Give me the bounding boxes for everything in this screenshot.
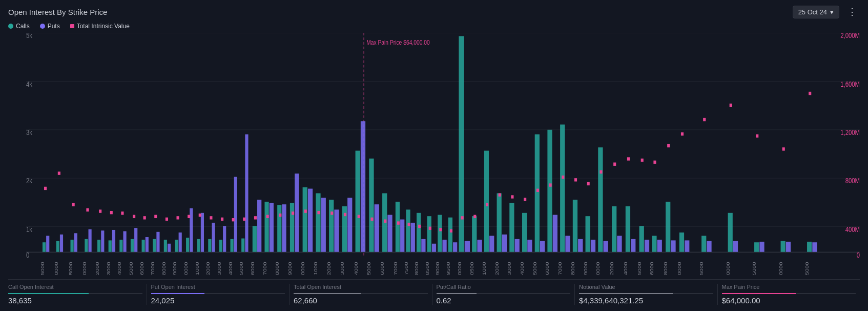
svg-rect-54 (241, 239, 244, 252)
date-selector-button[interactable]: 25 Oct 24 ▾ (793, 6, 839, 18)
svg-text:56000: 56000 (250, 262, 255, 275)
svg-rect-31 (112, 230, 115, 252)
svg-rect-167 (418, 225, 421, 228)
svg-text:95000: 95000 (699, 262, 704, 275)
svg-rect-125 (685, 240, 689, 252)
svg-text:1,600M: 1,600M (840, 80, 860, 88)
svg-rect-59 (270, 203, 274, 252)
legend-puts: Puts (40, 23, 60, 30)
svg-text:42000: 42000 (95, 262, 100, 275)
svg-text:1,200M: 1,200M (840, 128, 860, 137)
svg-rect-116 (626, 206, 630, 252)
svg-text:59000: 59000 (287, 262, 293, 275)
svg-text:66000: 66000 (380, 262, 385, 275)
svg-rect-55 (245, 134, 248, 252)
chevron-down-icon: ▾ (830, 8, 834, 16)
svg-rect-69 (334, 209, 339, 252)
header: Open Interest By Strike Price 25 Oct 24 … (8, 5, 860, 18)
svg-text:55000: 55000 (239, 262, 244, 275)
svg-rect-191 (756, 134, 758, 138)
svg-text:105000: 105000 (752, 262, 757, 275)
svg-rect-110 (586, 216, 590, 252)
svg-rect-192 (782, 147, 785, 150)
max-pain-value: $64,000.00 (722, 296, 856, 305)
svg-text:60000: 60000 (300, 262, 305, 275)
calls-label: Calls (16, 23, 30, 30)
svg-text:77000: 77000 (557, 262, 563, 275)
svg-rect-149 (199, 213, 201, 217)
svg-rect-83 (421, 239, 425, 252)
svg-rect-85 (432, 244, 436, 252)
svg-text:5k: 5k (26, 33, 33, 40)
svg-rect-176 (524, 198, 526, 201)
svg-rect-177 (536, 189, 539, 192)
svg-rect-102 (535, 134, 540, 252)
svg-text:62000: 62000 (326, 262, 332, 275)
svg-text:72000: 72000 (494, 262, 500, 275)
stat-notional: Notional Value $4,339,640,321.25 (575, 284, 718, 305)
svg-rect-171 (461, 216, 464, 219)
stat-put-call-ratio: Put/Call Ratio 0.62 (432, 284, 575, 305)
max-pain-bar (722, 293, 856, 294)
svg-rect-93 (477, 240, 482, 252)
svg-rect-150 (210, 216, 212, 219)
svg-rect-21 (46, 236, 49, 252)
put-oi-value: 24,025 (151, 296, 285, 305)
svg-rect-114 (612, 206, 616, 252)
svg-rect-188 (681, 132, 684, 135)
svg-text:50000: 50000 (183, 262, 189, 275)
svg-rect-86 (438, 215, 442, 252)
calls-dot-icon (8, 24, 13, 29)
svg-rect-189 (703, 118, 706, 121)
svg-rect-112 (598, 147, 603, 252)
svg-rect-27 (89, 229, 92, 252)
svg-rect-142 (121, 211, 123, 215)
total-oi-value: 62,660 (294, 296, 428, 305)
svg-rect-134 (807, 242, 812, 252)
svg-rect-187 (667, 144, 670, 147)
svg-rect-120 (652, 236, 656, 252)
svg-rect-47 (201, 213, 204, 252)
chart-area: 5k 4k 3k 2k 1k 0 2,000M 1,600M 1,200M 80… (8, 33, 860, 275)
svg-rect-44 (186, 238, 189, 252)
svg-text:70500: 70500 (469, 262, 474, 275)
svg-text:67500: 67500 (404, 262, 409, 275)
svg-rect-28 (97, 240, 100, 252)
svg-rect-41 (168, 244, 171, 252)
svg-rect-66 (316, 193, 320, 252)
legend-intrinsic: Total Intrinsic Value (70, 23, 130, 30)
menu-button[interactable]: ⋮ (844, 5, 860, 18)
svg-rect-122 (666, 202, 670, 252)
svg-rect-62 (290, 203, 294, 252)
svg-text:35000: 35000 (68, 262, 73, 275)
svg-rect-128 (728, 213, 733, 252)
svg-rect-164 (384, 220, 386, 223)
svg-rect-91 (465, 241, 470, 252)
svg-rect-75 (375, 204, 379, 252)
svg-rect-175 (511, 195, 513, 198)
svg-rect-25 (74, 233, 77, 252)
svg-rect-160 (330, 211, 333, 215)
svg-rect-46 (197, 239, 200, 252)
stats-row: Call Open Interest 38,635 Put Open Inter… (8, 279, 860, 305)
svg-rect-57 (257, 200, 261, 252)
put-call-label: Put/Call Ratio (437, 284, 571, 290)
date-label: 25 Oct 24 (798, 8, 827, 16)
svg-rect-185 (641, 159, 644, 162)
svg-rect-154 (254, 216, 257, 219)
svg-rect-105 (553, 215, 557, 252)
svg-rect-190 (730, 104, 732, 107)
svg-text:49000: 49000 (172, 262, 177, 275)
svg-rect-153 (243, 218, 245, 221)
svg-rect-64 (303, 187, 307, 252)
svg-rect-130 (754, 242, 759, 252)
svg-rect-88 (448, 218, 452, 252)
svg-text:75000: 75000 (532, 262, 538, 275)
svg-text:64000: 64000 (354, 262, 359, 275)
svg-rect-107 (565, 236, 570, 252)
svg-text:800M: 800M (845, 177, 860, 185)
svg-text:51000: 51000 (195, 262, 200, 275)
puts-label: Puts (48, 23, 60, 30)
svg-rect-33 (123, 231, 126, 252)
svg-rect-82 (417, 213, 421, 252)
